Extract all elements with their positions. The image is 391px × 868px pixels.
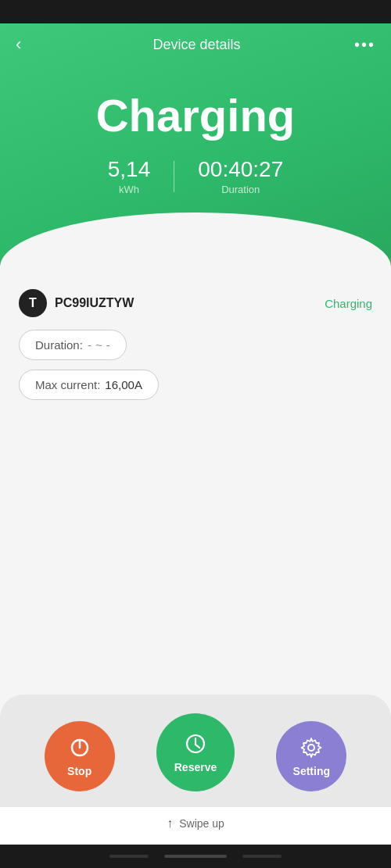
bottom-indicator-center [164,855,227,858]
energy-unit: kWh [108,184,151,195]
device-left: T PC99IUZTYW [19,289,134,317]
setting-button[interactable]: Setting [276,721,346,791]
device-icon: T [19,289,47,317]
stop-button[interactable]: Stop [45,721,115,791]
svg-line-4 [196,745,199,748]
dash2: - [106,338,110,352]
bottom-bar [0,845,391,868]
back-button[interactable]: ‹ [16,34,39,55]
energy-stat: 5,14 kWh [84,157,174,195]
max-current-pill[interactable]: Max current: 16,00A [19,370,159,400]
stop-button-circle: Stop [45,721,115,791]
tilde: ~ [95,338,102,352]
setting-button-circle: Setting [276,721,346,791]
header-section: ‹ Device details ••• Charging 5,14 kWh 0… [0,23,391,266]
charging-stats: 5,14 kWh 00:40:27 Duration [0,157,391,195]
gear-icon [299,735,324,760]
charging-status-label: Charging [0,89,391,141]
duration-stat: 00:40:27 Duration [174,157,307,195]
duration-pill-dashes: - ~ - [88,338,110,352]
setting-label: Setting [293,765,330,777]
stop-label: Stop [67,765,91,777]
page-title: Device details [152,37,240,53]
max-current-value: 16,00A [105,378,142,391]
power-icon [67,735,92,760]
device-row: T PC99IUZTYW Charging [19,289,372,317]
reserve-button-circle: Reserve [156,713,235,791]
swipe-up-arrow-icon: ↑ [167,816,173,830]
bottom-area: Stop Reserve [0,695,391,868]
bottom-indicator-right [242,855,282,858]
duration-pill-label: Duration: [35,338,83,352]
action-buttons: Stop Reserve [0,713,391,791]
svg-point-5 [308,745,314,751]
reserve-label: Reserve [174,761,217,773]
max-current-label: Max current: [35,378,100,391]
dash1: - [88,338,91,352]
main-content: T PC99IUZTYW Charging Duration: - ~ - Ma… [0,266,391,409]
clock-icon [183,731,208,756]
more-button[interactable]: ••• [354,36,375,54]
device-status-badge: Charging [325,297,372,310]
energy-value: 5,14 [108,157,151,182]
nav-bar: ‹ Device details ••• [0,23,391,66]
bottom-indicator-left [109,855,149,858]
swipe-up-bar[interactable]: ↑ Swipe up [0,807,391,845]
duration-pill[interactable]: Duration: - ~ - [19,330,127,360]
reserve-button[interactable]: Reserve [156,713,235,791]
bottom-gray-bg: Stop Reserve [0,695,391,845]
status-bar [0,0,391,23]
swipe-up-label: Swipe up [179,817,224,830]
duration-value: 00:40:27 [198,157,283,182]
duration-label: Duration [198,184,283,195]
device-name: PC99IUZTYW [55,296,134,310]
